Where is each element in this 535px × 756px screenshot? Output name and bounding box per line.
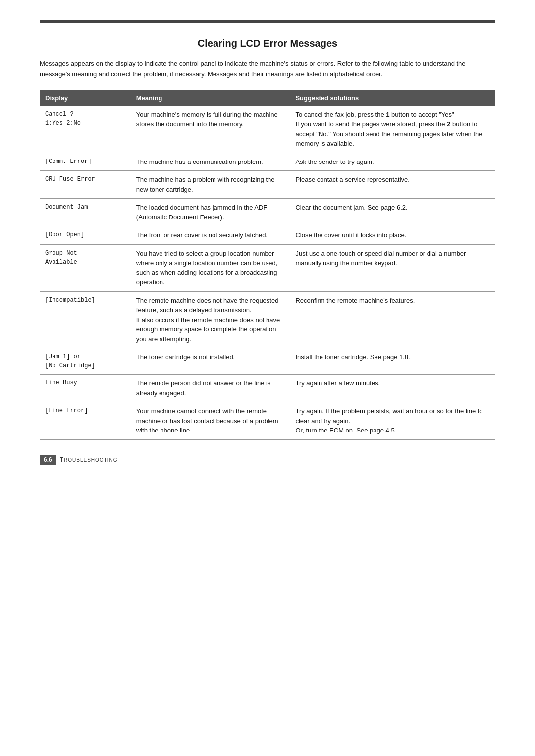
meaning-cell: The remote person did not answer or the …	[131, 375, 290, 402]
display-cell: [Door Open]	[40, 226, 131, 245]
col-header-display: Display	[40, 90, 131, 106]
solution-cell: To cancel the fax job, press the 1 butto…	[290, 106, 495, 153]
display-cell: Cancel ? 1:Yes 2:No	[40, 106, 131, 153]
display-cell: [Jam 1] or [No Cartridge]	[40, 348, 131, 375]
footer-page-number: 6.6	[40, 455, 56, 465]
meaning-cell: The front or rear cover is not securely …	[131, 226, 290, 245]
display-cell: Document Jam	[40, 199, 131, 226]
table-row: CRU Fuse ErrorThe machine has a problem …	[40, 171, 495, 199]
display-cell: Line Busy	[40, 375, 131, 402]
col-header-meaning: Meaning	[131, 90, 290, 106]
display-cell: [Incompatible]	[40, 291, 131, 348]
meaning-cell: The toner cartridge is not installed.	[131, 348, 290, 375]
solution-cell: Close the cover until it locks into plac…	[290, 226, 495, 245]
table-row: Line BusyThe remote person did not answe…	[40, 375, 495, 402]
meaning-cell: You have tried to select a group locatio…	[131, 244, 290, 291]
top-border	[40, 20, 495, 23]
table-row: [Line Error]Your machine cannot connect …	[40, 402, 495, 440]
meaning-cell: The loaded document has jammed in the AD…	[131, 199, 290, 226]
meaning-cell: Your machine cannot connect with the rem…	[131, 402, 290, 440]
solution-cell: Install the toner cartridge. See page 1.…	[290, 348, 495, 375]
table-row: Group Not AvailableYou have tried to sel…	[40, 244, 495, 291]
intro-text: Messages appears on the display to indic…	[40, 59, 495, 80]
footer-label: TROUBLESHOOTING	[60, 456, 118, 463]
meaning-cell: Your machine's memory is full during the…	[131, 106, 290, 153]
footer: 6.6 TROUBLESHOOTING	[40, 455, 495, 465]
solution-cell: Reconfirm the remote machine's features.	[290, 291, 495, 348]
meaning-cell: The machine has a problem with recognizi…	[131, 171, 290, 199]
solution-cell: Ask the sender to try again.	[290, 153, 495, 171]
display-cell: CRU Fuse Error	[40, 171, 131, 199]
table-row: [Jam 1] or [No Cartridge]The toner cartr…	[40, 348, 495, 375]
solution-cell: Clear the document jam. See page 6.2.	[290, 199, 495, 226]
solution-cell: Please contact a service representative.	[290, 171, 495, 199]
meaning-cell: The machine has a communication problem.	[131, 153, 290, 171]
meaning-cell: The remote machine does not have the req…	[131, 291, 290, 348]
table-row: [Comm. Error]The machine has a communica…	[40, 153, 495, 171]
display-cell: Group Not Available	[40, 244, 131, 291]
col-header-solutions: Suggested solutions	[290, 90, 495, 106]
display-cell: [Comm. Error]	[40, 153, 131, 171]
solution-cell: Try again after a few minutes.	[290, 375, 495, 402]
display-cell: [Line Error]	[40, 402, 131, 440]
solution-cell: Just use a one-touch or speed dial numbe…	[290, 244, 495, 291]
error-messages-table: Display Meaning Suggested solutions Canc…	[40, 90, 495, 440]
table-row: [Incompatible]The remote machine does no…	[40, 291, 495, 348]
solution-cell: Try again. If the problem persists, wait…	[290, 402, 495, 440]
page-title: Clearing LCD Error Messages	[40, 38, 495, 49]
table-row: Document JamThe loaded document has jamm…	[40, 199, 495, 226]
table-row: [Door Open]The front or rear cover is no…	[40, 226, 495, 245]
table-row: Cancel ? 1:Yes 2:NoYour machine's memory…	[40, 106, 495, 153]
